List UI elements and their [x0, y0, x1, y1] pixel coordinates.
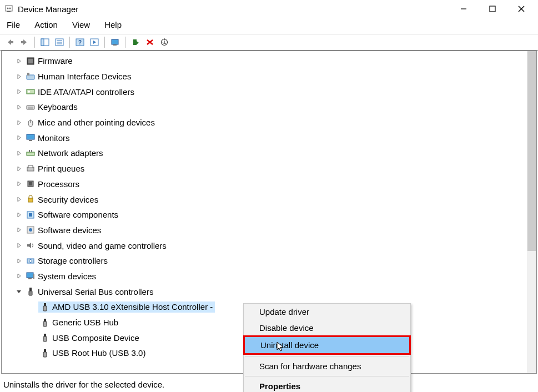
- tree-item[interactable]: System devices: [2, 269, 527, 284]
- tree-item-label: IDE ATA/ATAPI controllers: [38, 87, 134, 97]
- tree-item[interactable]: Storage controllers: [2, 253, 527, 269]
- system-icon: [26, 271, 36, 281]
- context-menu-item[interactable]: Properties: [244, 378, 410, 392]
- svg-rect-19: [112, 39, 118, 44]
- context-menu-item[interactable]: Update driver: [244, 304, 410, 320]
- monitor-icon: [26, 133, 36, 143]
- tree-item-label: USB Root Hub (USB 3.0): [52, 348, 145, 358]
- svg-point-2: [7, 8, 9, 9]
- svg-rect-42: [28, 165, 33, 168]
- menu-file[interactable]: File: [4, 19, 22, 31]
- menu-help[interactable]: Help: [102, 19, 124, 31]
- ide-icon: [26, 87, 36, 97]
- expand-icon[interactable]: [16, 150, 24, 156]
- scrollbar-thumb[interactable]: [527, 51, 536, 251]
- collapse-icon[interactable]: [16, 289, 24, 294]
- expand-icon[interactable]: [16, 104, 24, 110]
- expand-icon[interactable]: [16, 258, 24, 264]
- svg-rect-63: [44, 349, 46, 352]
- context-menu-item-highlighted[interactable]: Uninstall device: [243, 335, 411, 355]
- mouse-icon: [26, 118, 36, 128]
- expand-icon[interactable]: [16, 212, 24, 218]
- usbdev-icon: [40, 302, 50, 312]
- svg-rect-62: [43, 336, 47, 341]
- svg-point-49: [29, 228, 32, 232]
- tree-item-label: System devices: [38, 272, 96, 281]
- expand-icon[interactable]: [16, 243, 24, 248]
- status-text: Uninstalls the driver for the selected d…: [3, 380, 164, 389]
- toolbar-separator: [34, 37, 35, 48]
- vertical-scrollbar[interactable]: [527, 51, 536, 373]
- expand-icon[interactable]: [16, 227, 24, 233]
- svg-rect-36: [27, 134, 34, 139]
- tree-item[interactable]: Keyboards: [2, 99, 527, 115]
- usb-icon: [26, 287, 36, 296]
- tree-item[interactable]: Human Interface Devices: [2, 69, 527, 84]
- show-hide-tree-button[interactable]: [38, 36, 52, 48]
- swcomp-icon: [26, 210, 36, 220]
- tree-item-label: Storage controllers: [38, 256, 108, 265]
- svg-rect-8: [11, 41, 13, 43]
- toolbar: ?: [0, 34, 538, 51]
- tree-item[interactable]: Firmware: [2, 53, 527, 69]
- context-menu-item[interactable]: Scan for hardware changes: [244, 358, 410, 374]
- tree-item[interactable]: Sound, video and game controllers: [2, 238, 527, 253]
- expand-icon[interactable]: [16, 197, 24, 202]
- forward-button[interactable]: [18, 36, 31, 48]
- maximize-button[interactable]: [485, 1, 500, 17]
- menu-action[interactable]: Action: [32, 19, 60, 31]
- tree-item-label: USB Composite Device: [52, 333, 139, 343]
- uninstall-button[interactable]: [143, 36, 157, 48]
- window-title: Device Manager: [18, 4, 456, 14]
- expand-icon[interactable]: [16, 166, 24, 172]
- svg-rect-39: [29, 150, 30, 152]
- back-button[interactable]: [3, 36, 17, 48]
- tree-item[interactable]: Processors: [2, 177, 527, 192]
- menu-view[interactable]: View: [70, 19, 92, 31]
- expand-icon[interactable]: [16, 135, 24, 140]
- svg-rect-59: [44, 319, 46, 321]
- keyboard-icon: [26, 102, 36, 112]
- context-menu-item[interactable]: Uninstall device: [245, 337, 409, 353]
- action-button[interactable]: [88, 36, 101, 48]
- close-button[interactable]: [514, 1, 529, 17]
- svg-rect-26: [28, 59, 33, 63]
- expand-icon[interactable]: [16, 120, 24, 125]
- svg-rect-11: [41, 39, 44, 46]
- expand-icon[interactable]: [16, 89, 24, 94]
- expand-icon[interactable]: [16, 273, 24, 279]
- update-driver-button[interactable]: [129, 36, 142, 48]
- context-menu-item[interactable]: Disable device: [244, 320, 410, 336]
- svg-rect-0: [6, 6, 12, 11]
- tree-item[interactable]: Mice and other pointing devices: [2, 115, 527, 130]
- tree-item[interactable]: Software components: [2, 207, 527, 223]
- svg-rect-40: [31, 150, 32, 152]
- minimize-button[interactable]: [456, 1, 471, 17]
- svg-rect-37: [29, 140, 32, 141]
- svg-rect-52: [27, 273, 33, 278]
- tree-item[interactable]: Software devices: [2, 223, 527, 238]
- title-bar: Device Manager: [0, 0, 538, 18]
- expand-icon[interactable]: [16, 58, 24, 64]
- svg-rect-20: [113, 44, 117, 46]
- usbdev-icon: [40, 318, 50, 328]
- scan-button[interactable]: [108, 36, 122, 48]
- usbdev-icon: [40, 333, 50, 343]
- svg-rect-1: [7, 11, 11, 12]
- expand-icon[interactable]: [16, 74, 24, 79]
- tree-item-label: Network adapters: [38, 148, 103, 158]
- usbdev-icon: [40, 348, 50, 358]
- help-button[interactable]: ?: [73, 36, 87, 48]
- svg-rect-57: [44, 303, 46, 306]
- tree-item[interactable]: Security devices: [2, 192, 527, 207]
- firmware-icon: [26, 56, 36, 66]
- tree-item[interactable]: Monitors: [2, 130, 527, 145]
- expand-icon[interactable]: [16, 181, 24, 187]
- tree-item[interactable]: IDE ATA/ATAPI controllers: [2, 84, 527, 99]
- tree-item[interactable]: Print queues: [2, 161, 527, 177]
- disable-button[interactable]: [158, 36, 171, 48]
- properties-button[interactable]: [53, 36, 66, 48]
- tree-item[interactable]: Network adapters: [2, 145, 527, 161]
- tree-item[interactable]: Universal Serial Bus controllers: [2, 284, 527, 299]
- swdev-icon: [26, 225, 36, 235]
